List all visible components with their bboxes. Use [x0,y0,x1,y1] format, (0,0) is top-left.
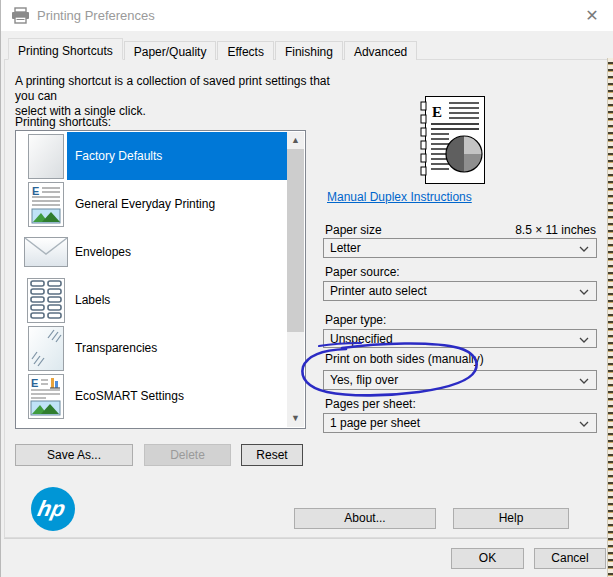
background-window-edge [607,58,613,577]
list-item-transparencies[interactable]: Transparencies [17,324,289,372]
scrollbar-thumb[interactable] [287,149,304,332]
pages-per-sheet-label: Pages per sheet: [325,397,416,411]
reset-button[interactable]: Reset [241,444,303,466]
list-item-label: Labels [75,276,287,324]
intro-text: A printing shortcut is a collection of s… [15,74,345,119]
footer-divider [4,538,609,539]
shortcuts-list-label: Printing shortcuts: [15,115,111,129]
print-both-sides-value: Yes, flip over [330,373,398,387]
list-item-label: General Everyday Printing [75,180,287,228]
list-item-label: EcoSMART Settings [75,372,287,420]
tab-effects[interactable]: Effects [217,41,273,60]
printer-icon [11,7,30,24]
intro-line1: A printing shortcut is a collection of s… [15,74,345,104]
ok-button[interactable]: OK [451,548,524,569]
duplex-page-illustration: E [419,96,485,184]
tab-strip: Printing Shortcuts Paper/Quality Effects… [8,38,418,60]
print-both-sides-label: Print on both sides (manually) [325,352,484,366]
list-item-label: Factory Defaults [75,132,287,180]
svg-text:E: E [432,104,442,120]
ecosmart-icon: E [22,373,70,419]
paper-source-dropdown[interactable]: Printer auto select [323,281,597,301]
pages-per-sheet-dropdown[interactable]: 1 page per sheet [323,413,597,433]
chevron-down-icon [579,378,589,384]
svg-text:E: E [31,377,38,389]
paper-type-dropdown[interactable]: Unspecified [323,329,597,348]
envelope-icon [22,229,70,275]
chevron-down-icon [579,421,589,427]
paper-size-value: Letter [330,241,361,255]
chevron-down-icon [579,289,589,295]
paper-size-dropdown[interactable]: Letter [323,238,597,258]
tab-paper-quality[interactable]: Paper/Quality [124,41,217,60]
list-item-envelopes[interactable]: Envelopes [17,228,289,276]
everyday-printing-icon: E [22,181,70,227]
print-both-sides-dropdown[interactable]: Yes, flip over [323,370,597,390]
list-item-label: Envelopes [75,228,287,276]
shortcuts-listbox[interactable]: Factory Defaults E General Everyday [15,130,306,429]
list-item-general-everyday[interactable]: E General Everyday Printing [17,180,289,228]
scrollbar-up-icon[interactable]: ▲ [287,132,304,149]
scrollbar-down-icon[interactable]: ▼ [287,410,304,427]
blank-page-icon [22,133,70,179]
tab-printing-shortcuts[interactable]: Printing Shortcuts [8,38,123,60]
paper-type-value: Unspecified [330,332,393,346]
paper-source-label: Paper source: [325,265,400,279]
paper-size-dimensions: 8.5 × 11 inches [515,223,596,237]
tab-finishing[interactable]: Finishing [275,41,343,60]
chevron-down-icon [579,337,589,343]
help-button[interactable]: Help [453,508,569,529]
chevron-down-icon [579,246,589,252]
window-title: Printing Preferences [37,8,155,23]
tab-advanced[interactable]: Advanced [344,41,417,60]
labels-icon [22,277,70,323]
hp-logo: hp [31,487,75,531]
paper-type-label: Paper type: [325,313,386,327]
cancel-button[interactable]: Cancel [534,548,606,569]
list-scrollbar[interactable]: ▲ ▼ [287,132,304,427]
printing-preferences-dialog: Printing Preferences ✕ Printing Shortcut… [0,0,613,577]
list-item-ecosmart[interactable]: E EcoSMART Settings [17,372,289,420]
paper-size-label: Paper size [325,223,382,237]
close-icon[interactable]: ✕ [581,5,603,27]
list-item-labels[interactable]: Labels [17,276,289,324]
list-item-factory-defaults[interactable]: Factory Defaults [17,132,289,180]
pages-per-sheet-value: 1 page per sheet [330,416,420,430]
hp-logo-text: hp [35,496,70,522]
list-item-label: Transparencies [75,324,287,372]
paper-source-value: Printer auto select [330,284,427,298]
save-as-button[interactable]: Save As... [15,444,133,466]
transparencies-icon [22,325,70,371]
svg-text:E: E [32,185,39,197]
about-button[interactable]: About... [294,508,436,529]
delete-button[interactable]: Delete [144,444,231,466]
manual-duplex-instructions-link[interactable]: Manual Duplex Instructions [327,190,472,204]
title-bar: Printing Preferences ✕ [1,0,613,31]
